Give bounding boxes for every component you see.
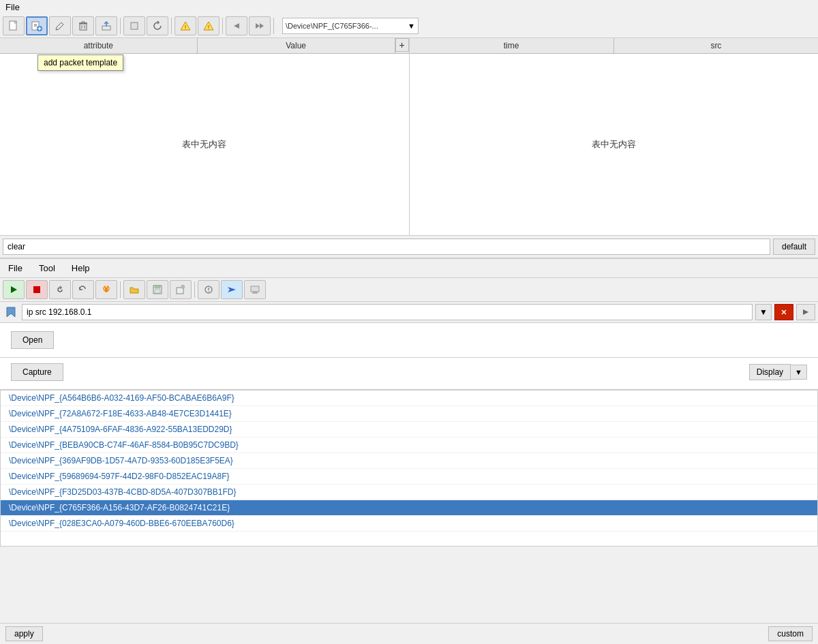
right-table-col-time: time — [410, 38, 614, 53]
device-list-item[interactable]: \Device\NPF_{028E3CA0-A079-460D-BBE6-670… — [1, 516, 817, 532]
device-list-item[interactable]: \Device\NPF_{F3D25D03-437B-4CBD-8D5A-407… — [1, 485, 817, 500]
svg-marker-39 — [803, 309, 808, 315]
svg-point-17 — [185, 29, 186, 30]
svg-rect-10 — [82, 22, 85, 23]
device-list-item[interactable]: \Device\NPF_{BEBA90CB-C74F-46AF-8584-B0B… — [1, 438, 817, 453]
svg-marker-35 — [7, 307, 15, 317]
capture-options-button[interactable] — [198, 280, 219, 299]
capture-filter-input[interactable] — [22, 304, 753, 320]
clear-filter-button[interactable] — [774, 304, 793, 320]
bottom-menu-help[interactable]: Help — [69, 262, 93, 275]
warning1-button[interactable] — [175, 16, 196, 35]
device-list-item[interactable]: \Device\NPF_{C765F366-A156-43D7-AF26-B08… — [1, 500, 817, 516]
right-table-col-src: src — [614, 38, 818, 53]
add-column-button[interactable]: + — [395, 38, 409, 52]
left-table-col-attribute: attribute — [0, 38, 198, 53]
device-list-item[interactable]: \Device\NPF_{72A8A672-F18E-4633-AB48-4E7… — [1, 406, 817, 422]
svg-rect-25 — [155, 286, 160, 288]
svg-marker-31 — [228, 287, 236, 292]
left-table-empty: 表中无内容 — [0, 54, 409, 235]
tooltip: add packet template — [37, 55, 123, 71]
apply-filter-button[interactable] — [796, 304, 815, 320]
undo-button[interactable] — [72, 280, 94, 299]
edit-button[interactable] — [49, 16, 71, 35]
right-table-empty: 表中无内容 — [410, 54, 819, 235]
add-template-button[interactable] — [26, 16, 48, 35]
svg-rect-1 — [14, 21, 16, 23]
capture-button[interactable]: Capture — [11, 363, 63, 381]
svg-rect-27 — [177, 288, 183, 294]
custom-button[interactable]: custom — [768, 626, 813, 641]
svg-point-30 — [208, 291, 209, 292]
display-label[interactable]: Display — [749, 364, 791, 380]
stop-button[interactable] — [123, 16, 145, 35]
device-list-item[interactable]: \Device\NPF_{4A75109A-6FAF-4836-A922-55B… — [1, 422, 817, 438]
delete-button[interactable] — [72, 16, 94, 35]
open-file-button[interactable] — [123, 280, 145, 299]
apply-button[interactable]: apply — [5, 626, 43, 641]
device-list-container: \Device\NPF_{A564B6B6-A032-4169-AF50-BCA… — [0, 390, 818, 547]
display-dropdown[interactable]: Display ▼ — [749, 364, 807, 380]
forward-button[interactable] — [249, 16, 271, 35]
back-button[interactable] — [226, 16, 247, 35]
new-button[interactable] — [3, 16, 25, 35]
play-button[interactable] — [3, 280, 25, 299]
save-as-button[interactable] — [170, 280, 192, 299]
open-button[interactable]: Open — [11, 331, 54, 349]
preferences-button[interactable] — [95, 280, 117, 299]
svg-rect-23 — [106, 288, 108, 292]
svg-rect-14 — [131, 22, 138, 29]
device-list: \Device\NPF_{A564B6B6-A032-4169-AF50-BCA… — [1, 390, 817, 532]
svg-rect-8 — [80, 24, 87, 30]
svg-rect-22 — [33, 286, 40, 293]
save-button[interactable] — [147, 280, 168, 299]
device-list-item[interactable]: \Device\NPF_{369AF9DB-1D57-4A7D-9353-60D… — [1, 453, 817, 469]
device-list-item[interactable]: \Device\NPF_{A564B6B6-A032-4169-AF50-BCA… — [1, 390, 817, 406]
device-dropdown[interactable]: \Device\NPF_{C765F366-... ▼ — [282, 18, 419, 34]
svg-marker-21 — [11, 286, 17, 293]
svg-rect-26 — [155, 290, 160, 293]
device-list-item[interactable]: \Device\NPF_{59689694-597F-44D2-98F0-D85… — [1, 469, 817, 485]
left-table-col-value: Value — [198, 38, 395, 53]
filter-input[interactable] — [3, 239, 770, 255]
top-menu-file[interactable]: File — [5, 2, 20, 12]
filter-dropdown-button[interactable]: ▼ — [755, 304, 772, 320]
refresh-button[interactable] — [147, 16, 168, 35]
svg-point-20 — [208, 29, 209, 30]
warning2-button[interactable] — [198, 16, 219, 35]
stop-capture-button[interactable] — [26, 280, 48, 299]
bottom-menu-tool[interactable]: Tool — [36, 262, 58, 275]
send-button[interactable] — [221, 280, 243, 299]
right-table: time src 表中无内容 — [410, 38, 819, 235]
bottom-menu-file[interactable]: File — [5, 262, 25, 275]
display-arrow-icon[interactable]: ▼ — [791, 365, 807, 380]
restart-button[interactable] — [49, 280, 71, 299]
filter-default-button[interactable]: default — [773, 239, 815, 255]
svg-rect-32 — [251, 286, 259, 292]
bookmark-icon[interactable] — [3, 304, 19, 320]
monitor-button[interactable] — [244, 280, 266, 299]
export-button[interactable] — [95, 16, 117, 35]
